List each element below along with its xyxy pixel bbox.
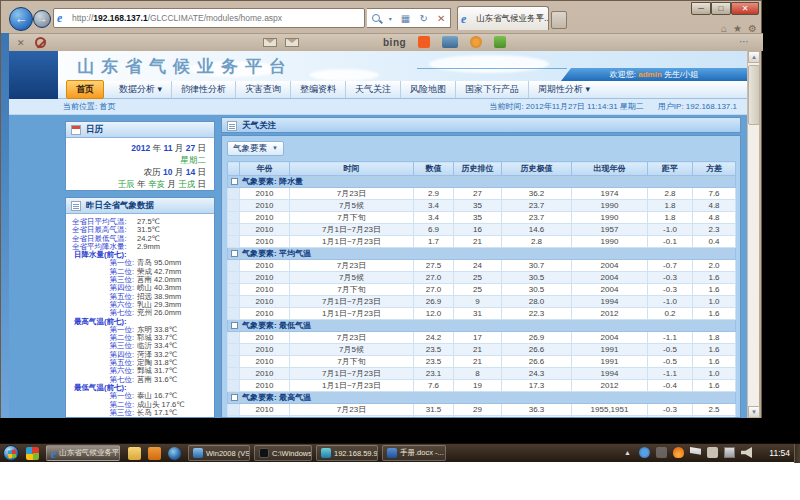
folder-icon[interactable] <box>128 447 141 460</box>
nav-item-0[interactable]: 首页 <box>66 80 104 99</box>
url-field[interactable]: e http://192.168.137.1/GLCCLIMATE/module… <box>53 8 365 28</box>
table-cell: 1.0 <box>693 368 736 380</box>
nav-item-6[interactable]: 风险地图 <box>401 81 456 98</box>
tab-close-icon[interactable]: ✕ <box>534 12 545 23</box>
search-icon[interactable] <box>372 14 380 22</box>
ie-taskbar-button[interactable]: e 山东省气候业务平... <box>46 445 120 461</box>
forward-button[interactable]: → <box>33 10 51 28</box>
table-row[interactable]: 20107月下旬3.43523.719901.84.8 <box>228 212 736 224</box>
taskbar-clock[interactable]: 11:54 <box>769 444 790 463</box>
start-button[interactable] <box>3 445 19 461</box>
command-bar: ✕ bing ⋯ <box>1 33 763 51</box>
table-row[interactable]: 20107月1日~7月23日26.9928.01994-1.01.0 <box>228 296 736 308</box>
table-row[interactable]: 20107月5候3.43523.719901.84.8 <box>228 200 736 212</box>
network-icon[interactable] <box>724 447 735 458</box>
dropdown-arrow-icon[interactable]: ▾ <box>389 15 392 22</box>
pinned-app-icon[interactable] <box>26 447 39 460</box>
window-button-rdp[interactable]: 192.168.59.99... <box>316 445 378 461</box>
table-cell: 2012 <box>572 308 648 320</box>
volume-icon[interactable] <box>741 447 752 458</box>
table-cell: 2.8 <box>502 236 572 248</box>
table-row[interactable]: 20107月5候23.52126.61991-0.51.6 <box>228 344 736 356</box>
table-row[interactable]: 20107月下旬23.52126.61991-0.51.6 <box>228 356 736 368</box>
show-desktop-button[interactable] <box>794 444 800 463</box>
nav-item-1[interactable]: 数据分析 ▾ <box>110 81 172 98</box>
table-row[interactable]: 20107月23日31.52936.31955,1951-0.32.5 <box>228 404 736 416</box>
group-row[interactable]: 气象要素: 平均气温 <box>228 248 736 260</box>
browser-tab[interactable]: e 山东省气候业务平... ✕ <box>457 6 549 30</box>
back-button[interactable]: ← <box>9 7 33 31</box>
table-row[interactable]: 20101月1日~7月23日7.61917.32012-0.41.6 <box>228 380 736 392</box>
scroll-down-icon[interactable]: ▼ <box>748 406 760 418</box>
table-row[interactable]: 20101月1日~7月23日1.7212.81990-0.10.4 <box>228 236 736 248</box>
hidden-icons-arrow[interactable]: ▲ <box>622 447 633 458</box>
weather-focus-title: 天气关注 <box>242 120 276 130</box>
page-scrollbar[interactable]: ▲ ▼ <box>747 51 759 418</box>
table-cell: 1月1日~7月23日 <box>290 308 414 320</box>
maximize-button[interactable]: □ <box>711 2 731 15</box>
scroll-up-icon[interactable]: ▲ <box>748 51 760 63</box>
window-button-vm[interactable]: Win2008 (VS2... <box>188 445 250 461</box>
nav-item-3[interactable]: 灾害查询 <box>236 81 291 98</box>
welcome-username: admin <box>638 70 662 79</box>
notification-close-icon[interactable]: ✕ <box>17 38 25 48</box>
table-cell: 29 <box>454 404 502 416</box>
weather-line-value: 崂山 19.1℃ <box>137 416 177 418</box>
more-options-icon[interactable]: ⋯ <box>739 36 751 47</box>
table-cell: 23.5 <box>414 356 454 368</box>
table-cell: 2010 <box>240 260 290 272</box>
table-cell: 7月下旬 <box>290 356 414 368</box>
stop-icon[interactable]: ✕ <box>437 13 445 24</box>
group-toggle-icon[interactable] <box>231 178 238 185</box>
nav-item-2[interactable]: 韵律性分析 <box>172 81 236 98</box>
close-button[interactable]: ✕ <box>731 2 759 15</box>
paw-addon-icon[interactable] <box>470 36 482 48</box>
search-addon-icon[interactable] <box>418 36 430 48</box>
office-app-icon[interactable] <box>148 447 161 460</box>
table-cell: 7月23日 <box>290 404 414 416</box>
table-cell: 1957 <box>572 224 648 236</box>
table-cell: 12.0 <box>414 308 454 320</box>
table-row[interactable]: 20107月1日~7月23日23.1824.31994-1.11.0 <box>228 368 736 380</box>
table-row[interactable]: 20107月下旬27.02530.52004-0.31.6 <box>228 284 736 296</box>
group-toggle-icon[interactable] <box>231 394 238 401</box>
minimize-button[interactable]: ─ <box>691 2 711 15</box>
nav-item-7[interactable]: 国家下行产品 <box>456 81 529 98</box>
media-player-icon[interactable] <box>168 447 181 460</box>
table-cell: -0.4 <box>648 380 693 392</box>
new-tab-button[interactable] <box>551 11 567 29</box>
table-row[interactable]: 20101月1日~7月23日12.03122.320120.21.6 <box>228 308 736 320</box>
group-toggle-icon[interactable] <box>231 250 238 257</box>
scrollbar-thumb[interactable] <box>748 65 760 125</box>
welcome-ribbon: 欢迎您: admin 先生/小姐 <box>561 68 747 81</box>
window-button-cmd[interactable]: C:\Windows\s... <box>254 445 312 461</box>
usb-tray-icon[interactable] <box>707 447 718 458</box>
group-toggle-icon[interactable] <box>231 322 238 329</box>
table-row[interactable]: 20107月1日~7月23日6.91614.61957-1.02.3 <box>228 224 736 236</box>
group-row[interactable]: 气象要素: 降水量 <box>228 176 736 188</box>
group-row[interactable]: 气象要素: 最低气温 <box>228 320 736 332</box>
table-row[interactable]: 20107月5候27.02530.52004-0.31.6 <box>228 272 736 284</box>
mail-icon[interactable] <box>263 38 277 47</box>
table-cell: 7月5候 <box>290 416 414 419</box>
element-filter-button[interactable]: 气象要素▼ <box>227 141 284 156</box>
tray-icon-generic[interactable] <box>656 447 667 458</box>
table-row[interactable]: 20107月23日24.21726.92004-1.11.8 <box>228 332 736 344</box>
mail-send-icon[interactable] <box>285 38 299 47</box>
table-row[interactable]: 20107月5候31.42535.31951-0.31.9 <box>228 416 736 419</box>
group-row[interactable]: 气象要素: 最高气温 <box>228 392 736 404</box>
nav-item-5[interactable]: 天气关注 <box>346 81 401 98</box>
antivirus-tray-icon[interactable] <box>639 447 650 458</box>
weather-line-value: 泰山 16.7℃ <box>137 391 177 400</box>
green-addon-icon[interactable] <box>494 36 506 48</box>
compatibility-icon[interactable]: ▦ <box>401 13 410 24</box>
firefox-tray-icon[interactable] <box>673 447 684 458</box>
action-center-flag-icon[interactable] <box>690 447 701 458</box>
refresh-icon[interactable]: ↻ <box>419 13 427 24</box>
table-row[interactable]: 20107月23日27.52430.72004-0.72.0 <box>228 260 736 272</box>
window-button-word[interactable]: 手册.docx -... <box>382 445 446 461</box>
camera-addon-icon[interactable] <box>442 36 458 48</box>
table-row[interactable]: 20107月23日2.92736.219742.87.6 <box>228 188 736 200</box>
nav-item-4[interactable]: 整编资料 <box>291 81 346 98</box>
nav-item-8[interactable]: 周期性分析 ▾ <box>529 81 599 98</box>
